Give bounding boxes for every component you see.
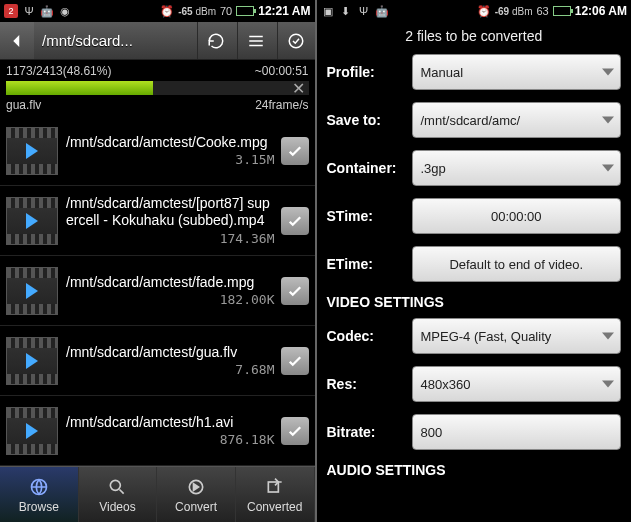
tab-converted[interactable]: Converted bbox=[236, 467, 315, 522]
profile-dropdown[interactable]: Manual bbox=[412, 54, 622, 90]
list-item[interactable]: /mnt/sdcard/amctest/Cooke.mpg 3.15M bbox=[0, 116, 315, 186]
bitrate-label: Bitrate: bbox=[327, 424, 412, 440]
usb-icon: Ψ bbox=[357, 4, 371, 18]
convert-header: 2 files to be converted bbox=[317, 22, 632, 50]
video-thumb-icon bbox=[6, 337, 58, 385]
progress-bar: ✕ bbox=[6, 81, 309, 95]
download-icon: ⬇ bbox=[339, 4, 353, 18]
check-toggle[interactable] bbox=[281, 417, 309, 445]
file-size: 182.00K bbox=[66, 292, 275, 307]
android-icon: 🤖 bbox=[40, 4, 54, 18]
progress-filename: gua.flv bbox=[6, 98, 41, 112]
check-toggle[interactable] bbox=[281, 347, 309, 375]
cancel-icon[interactable]: ✕ bbox=[288, 79, 309, 98]
status-bar: ▣ ⬇ Ψ 🤖 ⏰ -69 dBm 63 12:06 AM bbox=[317, 0, 632, 22]
check-button[interactable] bbox=[277, 22, 315, 59]
profile-label: Profile: bbox=[327, 64, 412, 80]
res-dropdown[interactable]: 480x360 bbox=[412, 366, 622, 402]
codec-label: Codec: bbox=[327, 328, 412, 344]
video-thumb-icon bbox=[6, 407, 58, 455]
file-name: /mnt/sdcard/amctest/[port87] supercell -… bbox=[66, 195, 275, 229]
svg-rect-0 bbox=[249, 35, 263, 37]
file-size: 3.15M bbox=[66, 152, 275, 167]
settings-form: Profile: Manual Save to: /mnt/sdcard/amc… bbox=[317, 50, 632, 522]
globe-icon bbox=[28, 476, 50, 498]
svg-point-5 bbox=[111, 480, 121, 490]
list-item[interactable]: /mnt/sdcard/amctest/[port87] supercell -… bbox=[0, 186, 315, 256]
battery-icon bbox=[553, 6, 571, 16]
check-toggle[interactable] bbox=[281, 277, 309, 305]
file-size: 876.18K bbox=[66, 432, 275, 447]
battery-icon bbox=[236, 6, 254, 16]
list-item[interactable]: /mnt/sdcard/amctest/gua.flv 7.68M bbox=[0, 326, 315, 396]
stime-label: STime: bbox=[327, 208, 412, 224]
chevron-down-icon bbox=[602, 381, 614, 388]
svg-rect-1 bbox=[249, 40, 263, 42]
video-thumb-icon bbox=[6, 127, 58, 175]
progress-rate: 24frame/s bbox=[255, 98, 308, 112]
tab-videos[interactable]: Videos bbox=[79, 467, 158, 522]
file-size: 7.68M bbox=[66, 362, 275, 377]
container-dropdown[interactable]: .3gp bbox=[412, 150, 622, 186]
app-icon: ◉ bbox=[58, 4, 72, 18]
check-toggle[interactable] bbox=[281, 137, 309, 165]
res-label: Res: bbox=[327, 376, 412, 392]
file-name: /mnt/sdcard/amctest/Cooke.mpg bbox=[66, 134, 275, 151]
svg-rect-2 bbox=[249, 44, 263, 46]
video-thumb-icon bbox=[6, 267, 58, 315]
path-display[interactable]: /mnt/sdcard... bbox=[36, 32, 195, 49]
tab-label: Videos bbox=[99, 500, 135, 514]
saveto-label: Save to: bbox=[327, 112, 412, 128]
file-list: /mnt/sdcard/amctest/Cooke.mpg 3.15M /mnt… bbox=[0, 116, 315, 466]
back-button[interactable] bbox=[0, 22, 34, 59]
codec-dropdown[interactable]: MPEG-4 (Fast, Quality bbox=[412, 318, 622, 354]
svg-point-3 bbox=[289, 34, 303, 48]
chevron-down-icon bbox=[602, 165, 614, 172]
status-bar: 2 Ψ 🤖 ◉ ⏰ -65 dBm 70 12:21 AM bbox=[0, 0, 315, 22]
top-bar: /mnt/sdcard... bbox=[0, 22, 315, 60]
etime-input[interactable]: Default to end of video. bbox=[412, 246, 622, 282]
battery-percent: 70 bbox=[220, 5, 232, 17]
tab-label: Browse bbox=[19, 500, 59, 514]
video-thumb-icon bbox=[6, 197, 58, 245]
signal-dbm: -65 bbox=[178, 6, 192, 17]
tab-browse[interactable]: Browse bbox=[0, 467, 79, 522]
bottom-tabs: Browse Videos Convert Converted bbox=[0, 466, 315, 522]
progress-area: 1173/2413(48.61%) ~00:00:51 ✕ gua.flv 24… bbox=[0, 60, 315, 116]
refresh-button[interactable] bbox=[197, 22, 235, 59]
menu-button[interactable] bbox=[237, 22, 275, 59]
file-size: 174.36M bbox=[66, 231, 275, 246]
chevron-down-icon bbox=[602, 333, 614, 340]
usb-icon: Ψ bbox=[22, 4, 36, 18]
file-name: /mnt/sdcard/amctest/h1.avi bbox=[66, 414, 275, 431]
file-name: /mnt/sdcard/amctest/gua.flv bbox=[66, 344, 275, 361]
tab-label: Converted bbox=[247, 500, 302, 514]
chevron-down-icon bbox=[602, 117, 614, 124]
notification-badge: 2 bbox=[4, 4, 18, 18]
stime-input[interactable]: 00:00:00 bbox=[412, 198, 622, 234]
container-label: Container: bbox=[327, 160, 412, 176]
chevron-down-icon bbox=[602, 69, 614, 76]
progress-remaining: ~00:00:51 bbox=[255, 64, 309, 78]
android-icon: 🤖 bbox=[375, 4, 389, 18]
sd-icon: ▣ bbox=[321, 4, 335, 18]
audio-section-title: AUDIO SETTINGS bbox=[327, 462, 622, 478]
list-item[interactable]: /mnt/sdcard/amctest/h1.avi 876.18K bbox=[0, 396, 315, 466]
tab-label: Convert bbox=[175, 500, 217, 514]
battery-percent: 63 bbox=[537, 5, 549, 17]
check-toggle[interactable] bbox=[281, 207, 309, 235]
list-item[interactable]: /mnt/sdcard/amctest/fade.mpg 182.00K bbox=[0, 256, 315, 326]
etime-label: ETime: bbox=[327, 256, 412, 272]
saveto-dropdown[interactable]: /mnt/sdcard/amc/ bbox=[412, 102, 622, 138]
progress-counter: 1173/2413(48.61%) bbox=[6, 64, 111, 78]
export-icon bbox=[264, 476, 286, 498]
alarm-icon: ⏰ bbox=[477, 4, 491, 18]
signal-dbm: -69 bbox=[495, 6, 509, 17]
clock: 12:21 AM bbox=[258, 4, 310, 18]
bitrate-input[interactable]: 800 bbox=[412, 414, 622, 450]
search-icon bbox=[106, 476, 128, 498]
clock: 12:06 AM bbox=[575, 4, 627, 18]
tab-convert[interactable]: Convert bbox=[157, 467, 236, 522]
convert-icon bbox=[185, 476, 207, 498]
video-section-title: VIDEO SETTINGS bbox=[327, 294, 622, 310]
